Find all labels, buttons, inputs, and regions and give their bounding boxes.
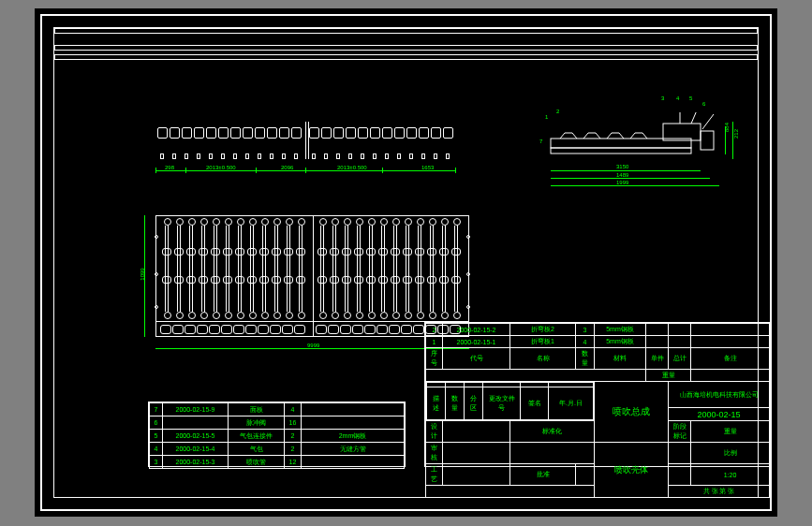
bom-row: 22000-02-15-2折弯板235mm钢板 <box>426 324 770 336</box>
elevation-bow <box>218 127 229 139</box>
svg-line-5 <box>691 112 697 124</box>
elevation-bow <box>230 127 241 139</box>
hdr-single: 单件 <box>646 348 669 370</box>
svg-line-6 <box>702 114 714 129</box>
hdr-name: 名称 <box>510 348 576 370</box>
approve-1: 数量 <box>446 387 465 419</box>
assy-dim2-line <box>551 178 710 179</box>
plan-column <box>391 220 400 317</box>
role-0: 设计 <box>426 421 443 443</box>
std: 标准化 <box>510 421 595 443</box>
plan-wdim-line <box>155 348 469 349</box>
plan-column <box>199 220 208 317</box>
elevation-stub <box>361 153 364 159</box>
elevation-bow <box>255 127 265 139</box>
dim-d4: 2013±0.500 <box>337 165 367 170</box>
dim-d5: 1653 <box>421 165 434 170</box>
plan-foot <box>172 325 184 334</box>
approve-0: 描述 <box>427 387 446 419</box>
approve-4: 签名 <box>521 387 549 419</box>
main-title: 喷吹总成 <box>595 382 669 443</box>
elevation-stub <box>348 153 352 159</box>
plan-column <box>259 220 269 317</box>
plan-column <box>415 220 424 317</box>
callout-6: 6 <box>702 101 705 107</box>
elevation-stub <box>258 153 261 159</box>
elevation-stub <box>185 153 188 159</box>
bom-row: 6脉冲阀16 <box>150 416 405 430</box>
plan-foot <box>340 325 351 334</box>
hdr-qty: 数量 <box>576 348 595 370</box>
callout-2: 2 <box>556 109 559 114</box>
svg-rect-2 <box>663 124 701 140</box>
plan-column <box>272 220 281 317</box>
plan-foot <box>389 325 400 334</box>
elevation-bow <box>346 127 356 139</box>
role-1: 审核 <box>426 443 443 464</box>
elevation-bow <box>321 127 332 139</box>
dim-d3: 2096 <box>281 165 293 170</box>
bom-row: 42000-02-15-4气包2无缝方管 <box>150 443 405 456</box>
elevation-stub <box>421 153 425 159</box>
plan-foot <box>352 325 363 334</box>
elevation-stub <box>160 153 164 159</box>
role-5: 批准 <box>510 464 576 486</box>
elevation-bow <box>279 127 289 139</box>
hdr-zl: 重量 <box>646 370 691 382</box>
assy-dim4: 212 <box>733 129 739 139</box>
plan-column <box>403 220 412 317</box>
plan-foot <box>258 325 269 334</box>
elevation-stub <box>209 153 213 159</box>
elevation-bow <box>394 127 405 139</box>
hdr-total: 总计 <box>669 348 691 370</box>
plan-foot <box>197 325 208 334</box>
plan-column <box>296 220 305 317</box>
elevation-stub <box>397 153 401 159</box>
hdr-no: 序号 <box>426 348 443 370</box>
plan-foot <box>364 325 376 334</box>
plan-foot <box>401 325 412 334</box>
plan-foot <box>209 325 220 334</box>
plan-foot <box>221 325 232 334</box>
plan-column <box>354 220 363 317</box>
plan-column <box>366 220 376 317</box>
elevation-bow <box>291 127 302 139</box>
company: 山西海培机电科技有限公司 <box>669 382 770 408</box>
assy-dim0: 3150 <box>616 164 628 169</box>
elevation-stub <box>324 153 328 159</box>
bom-table-left: 72000-02-15-9面板46脉冲阀1652000-02-15-5气包连接件… <box>148 402 406 467</box>
bom-row: 72000-02-15-9面板4 <box>150 403 405 416</box>
stage: 阶段标记 <box>669 421 691 443</box>
callout-5: 5 <box>689 95 692 101</box>
svg-rect-1 <box>551 148 691 153</box>
plan-foot <box>376 325 388 334</box>
elevation-stub <box>294 153 298 159</box>
plan-column <box>439 220 449 317</box>
elevation-stub <box>312 153 316 159</box>
bom-row: 52000-02-15-5气包连接件22mm钢板 <box>150 430 405 443</box>
assy-dim1: 1489 <box>616 172 628 178</box>
elevation-bow <box>370 127 380 139</box>
plan-foot <box>328 325 339 334</box>
side-assembly-view <box>541 112 747 168</box>
hdr-remark: 备注 <box>691 348 770 370</box>
plan-foot <box>160 325 171 334</box>
elevation-stub <box>221 153 225 159</box>
elevation-bow <box>406 127 417 139</box>
plan-width-dim: 9999 <box>307 343 319 348</box>
plan-column <box>342 220 351 317</box>
approve-3: 更改文件号 <box>483 387 521 419</box>
approve-5: 年.月.日 <box>549 387 594 419</box>
approve-2: 分区 <box>465 387 483 419</box>
plan-foot <box>282 325 293 334</box>
plan-column <box>186 220 196 317</box>
scale-val: 1:20 <box>691 464 770 486</box>
elevation-stub <box>197 153 200 159</box>
dim-d1: 298 <box>165 165 174 170</box>
elevation-stub <box>434 153 437 159</box>
elevation-bow <box>194 127 204 139</box>
elevation-view: /*placeholder - bows drawn below via sta… <box>54 28 354 66</box>
plan-foot <box>185 325 196 334</box>
assy-dim2: 1999 <box>616 180 628 185</box>
plan-column <box>427 220 436 317</box>
